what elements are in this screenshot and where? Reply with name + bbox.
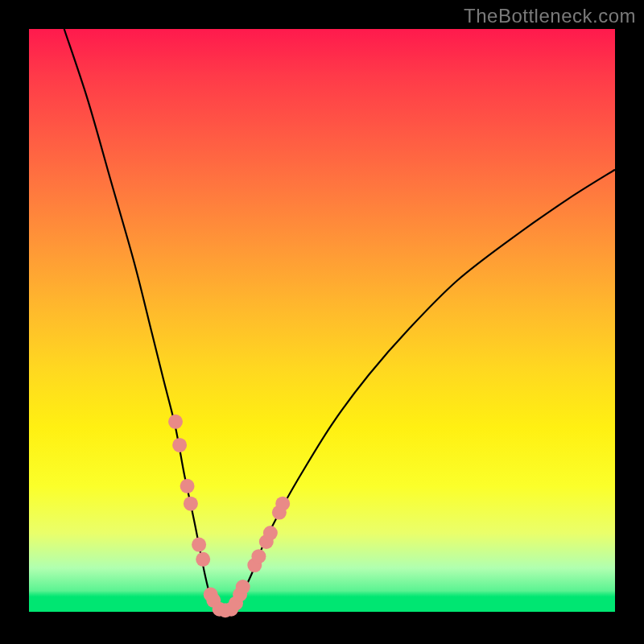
data-point: [180, 479, 195, 493]
data-point: [263, 526, 278, 540]
data-point: [236, 580, 250, 594]
data-point-markers: [168, 415, 290, 617]
data-point: [196, 552, 210, 567]
bottleneck-chart: [29, 29, 615, 615]
bottleneck-curve: [64, 29, 615, 612]
data-point: [251, 549, 266, 564]
data-point: [172, 438, 187, 452]
watermark-label: TheBottleneck.com: [464, 5, 636, 27]
data-point: [192, 538, 206, 552]
data-point: [184, 497, 198, 511]
data-point: [275, 497, 290, 511]
data-point: [168, 415, 183, 429]
chart-frame: TheBottleneck.com: [0, 0, 644, 644]
